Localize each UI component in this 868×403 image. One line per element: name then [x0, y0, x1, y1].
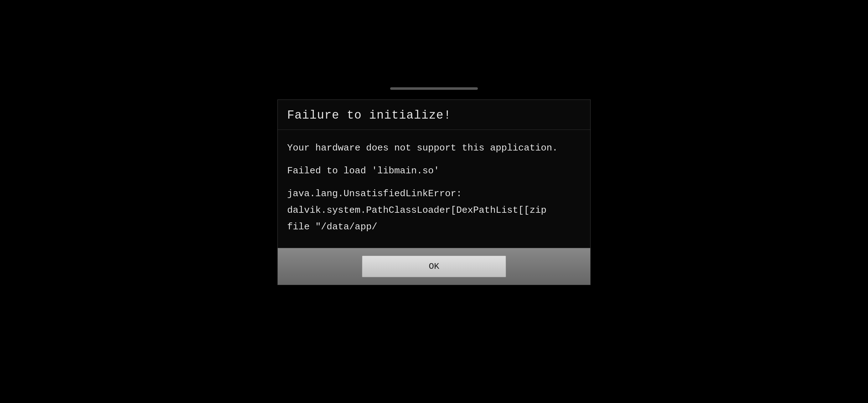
error-line-3: java.lang.UnsatisfiedLinkError: — [287, 187, 581, 201]
dialog-footer: OK — [278, 248, 590, 285]
dialog-title: Failure to initialize! — [287, 108, 451, 122]
dialog-body: Your hardware does not support this appl… — [278, 130, 590, 248]
error-line-5: file "/data/app/ — [287, 220, 581, 234]
error-line-2: Failed to load 'libmain.so' — [287, 164, 581, 178]
ok-button[interactable]: OK — [362, 256, 506, 277]
error-dialog: Failure to initialize! Your hardware doe… — [277, 100, 591, 285]
drag-handle — [390, 87, 478, 90]
error-line-4: dalvik.system.PathClassLoader[DexPathLis… — [287, 203, 581, 217]
error-line-1: Your hardware does not support this appl… — [287, 141, 581, 155]
dialog-title-bar: Failure to initialize! — [278, 100, 590, 130]
